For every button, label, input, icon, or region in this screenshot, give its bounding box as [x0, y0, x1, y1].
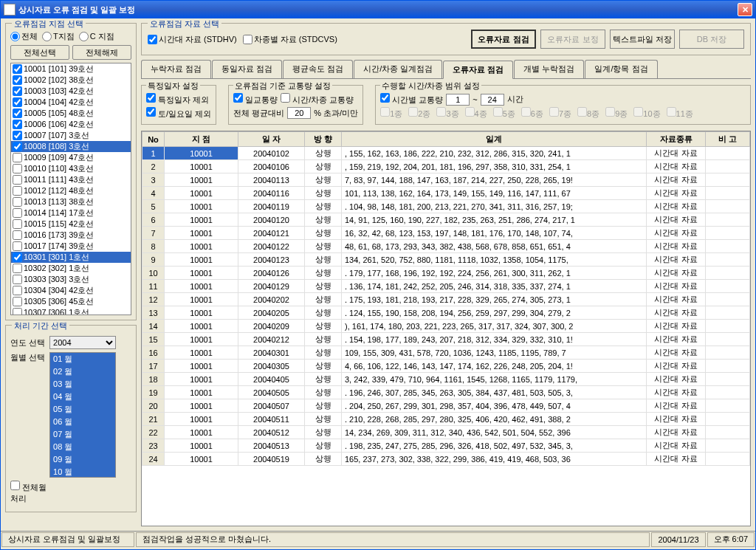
- station-item[interactable]: 10307 [306] 1호선: [11, 307, 131, 315]
- table-row[interactable]: 181000120040405상행3, 242, 339, 479, 710, …: [142, 373, 750, 386]
- station-item[interactable]: 10004 [104] 42호선: [11, 97, 131, 108]
- table-row[interactable]: 191000120040505상행. 196, 246, 307, 285, 3…: [142, 386, 750, 399]
- month-item[interactable]: 03 월: [50, 378, 115, 391]
- station-item[interactable]: 10002 [102] 38호선: [11, 75, 131, 86]
- exclude-weekend-check[interactable]: 토/일요일 제외: [146, 107, 211, 120]
- station-item[interactable]: 10007 [107] 3호선: [11, 130, 131, 141]
- station-item[interactable]: 10304 [304] 42호선: [11, 285, 131, 296]
- traffic-criteria-group: 오류점검 기준 교통량 설정 일교통량 시간/차종 교통량 전체 평균대비 % …: [228, 85, 363, 125]
- station-item[interactable]: 10013 [113] 38호선: [11, 196, 131, 207]
- column-header[interactable]: 지 점: [165, 132, 238, 147]
- percent-input[interactable]: [287, 107, 311, 119]
- station-item[interactable]: 10017 [174] 39호선: [11, 241, 131, 252]
- table-row[interactable]: 201000120040507상행. 204, 250, 267, 299, 3…: [142, 399, 750, 413]
- month-item[interactable]: 06 월: [50, 416, 115, 428]
- month-item[interactable]: 01 월: [50, 353, 115, 365]
- table-row[interactable]: 221000120040512상행14, 234, 269, 309, 311,…: [142, 426, 750, 439]
- station-item[interactable]: 10003 [103] 42호선: [11, 86, 131, 97]
- exclude-specific-check[interactable]: 특정일자 제외: [146, 93, 209, 106]
- station-item[interactable]: 10012 [112] 48호선: [11, 185, 131, 196]
- hourly-vehicle-check[interactable]: 시간/차종 교통량: [281, 93, 354, 106]
- station-item[interactable]: 10008 [108] 3호선: [11, 141, 131, 152]
- month-item[interactable]: 09 월: [50, 453, 115, 466]
- radio-t[interactable]: T지점: [42, 31, 75, 42]
- table-row[interactable]: 71000120040121상행16, 32, 42, 68, 123, 153…: [142, 227, 750, 240]
- year-select[interactable]: 2004: [49, 336, 116, 349]
- radio-c[interactable]: C 지점: [79, 31, 114, 42]
- column-header[interactable]: 자료종류: [647, 132, 706, 147]
- hour-to-input[interactable]: [481, 94, 504, 106]
- hourly-data-check[interactable]: 시간대 자료 (STDHV): [148, 34, 237, 45]
- status-message: 점검작업을 성공적으로 마쳤습니다.: [136, 532, 650, 547]
- text-save-button[interactable]: 텍스트파일 저장: [610, 30, 675, 49]
- station-item[interactable]: 10016 [173] 39호선: [11, 230, 131, 241]
- table-row[interactable]: 231000120040513상행. 198, 235, 247, 275, 2…: [142, 439, 750, 453]
- error-check-button[interactable]: 오류자료 점검: [471, 30, 536, 49]
- tab[interactable]: 누락자료 점검: [141, 60, 211, 78]
- station-item[interactable]: 10009 [109] 47호선: [11, 152, 131, 163]
- month-item[interactable]: 10 월: [50, 466, 115, 478]
- table-row[interactable]: 51000120040119상행. 104, 98, 148, 181, 200…: [142, 200, 750, 213]
- deselect-all-button[interactable]: 전체해제: [72, 45, 131, 60]
- table-row[interactable]: 61000120040120상행14, 91, 125, 160, 190, 2…: [142, 213, 750, 227]
- table-row[interactable]: 151000120040212상행. 154, 198, 177, 189, 2…: [142, 333, 750, 346]
- tab[interactable]: 일계/항목 점검: [585, 60, 657, 78]
- tab[interactable]: 시간/차종 일계점검: [354, 60, 442, 78]
- table-row[interactable]: 171000120040305상행4, 66, 106, 122, 146, 1…: [142, 360, 750, 373]
- station-item[interactable]: 10011 [111] 43호선: [11, 174, 131, 185]
- station-list[interactable]: 10001 [101] 39호선10002 [102] 38호선10003 [1…: [10, 63, 131, 315]
- table-row[interactable]: 211000120040511상행. 210, 228, 268, 285, 2…: [142, 413, 750, 426]
- data-grid[interactable]: No지 점일 자방 향일계자료종류비 고 11000120040102상행, 1…: [141, 131, 751, 526]
- tab[interactable]: 오류자료 점검: [443, 61, 513, 79]
- table-row[interactable]: 121000120040202상행. 175, 193, 181, 218, 1…: [142, 293, 750, 306]
- column-header[interactable]: 방 향: [305, 132, 342, 147]
- table-row[interactable]: 11000120040102상행, 155, 162, 163, 186, 22…: [142, 147, 750, 160]
- select-all-button[interactable]: 전체선택: [10, 45, 69, 60]
- hourly-traffic-range-check[interactable]: 시간별 교통량: [380, 93, 443, 106]
- table-row[interactable]: 111000120040129상행. 136, 174, 181, 242, 2…: [142, 280, 750, 293]
- station-item[interactable]: 10001 [101] 39호선: [11, 63, 131, 75]
- station-item[interactable]: 10005 [105] 48호선: [11, 108, 131, 119]
- month-item[interactable]: 07 월: [50, 428, 115, 441]
- vehicle-data-check[interactable]: 차종별 자료 (STDCVS): [243, 34, 337, 45]
- month-item[interactable]: 08 월: [50, 441, 115, 453]
- table-row[interactable]: 161000120040301상행109, 155, 309, 431, 578…: [142, 346, 750, 360]
- column-header[interactable]: 일 자: [238, 132, 305, 147]
- month-item[interactable]: 04 월: [50, 391, 115, 403]
- station-group-title: 오류점검 지점 선택: [12, 18, 86, 30]
- station-item[interactable]: 10301 [301] 1호선: [11, 252, 131, 263]
- station-item[interactable]: 10303 [303] 3호선: [11, 274, 131, 285]
- station-item[interactable]: 10302 [302] 1호선: [11, 263, 131, 274]
- table-row[interactable]: 41000120040116상행101, 113, 138, 162, 164,…: [142, 187, 750, 200]
- hour-from-input[interactable]: [446, 94, 470, 106]
- station-item[interactable]: 10006 [106] 42호선: [11, 119, 131, 130]
- table-row[interactable]: 101000120040126상행. 179, 177, 168, 196, 1…: [142, 267, 750, 280]
- table-row[interactable]: 31000120040113상행7, 83, 97, 144, 188, 147…: [142, 173, 750, 187]
- table-row[interactable]: 141000120040209상행), 161, 174, 180, 203, …: [142, 320, 750, 333]
- column-header[interactable]: 일계: [342, 132, 647, 147]
- station-item[interactable]: 10010 [110] 43호선: [11, 163, 131, 174]
- daily-traffic-check[interactable]: 일교통량: [233, 93, 278, 106]
- close-icon[interactable]: ✕: [738, 3, 752, 16]
- tab[interactable]: 개별 누락점검: [514, 60, 584, 78]
- month-list[interactable]: 01 월02 월03 월04 월05 월06 월07 월08 월09 월10 월…: [49, 352, 116, 478]
- column-header[interactable]: No: [142, 132, 165, 147]
- station-select-group: 오류점검 지점 선택 전체 T지점 C 지점 전체선택 전체해제 10001 […: [5, 23, 137, 320]
- tab[interactable]: 동일자료 점검: [212, 60, 282, 78]
- month-item[interactable]: 02 월: [50, 365, 115, 378]
- status-date: 2004/11/23: [651, 532, 705, 547]
- table-row[interactable]: 241000120040519상행165, 237, 273, 302, 338…: [142, 453, 750, 466]
- month-item[interactable]: 05 월: [50, 403, 115, 416]
- radio-all[interactable]: 전체: [10, 31, 38, 42]
- station-item[interactable]: 10305 [306] 45호선: [11, 296, 131, 307]
- table-row[interactable]: 131000120040205상행. 124, 155, 190, 158, 2…: [142, 306, 750, 320]
- table-row[interactable]: 91000120040123상행134, 261, 520, 752, 880,…: [142, 253, 750, 267]
- all-months-check[interactable]: 전체월 처리: [10, 481, 47, 504]
- station-item[interactable]: 10014 [114] 17호선: [11, 207, 131, 219]
- column-header[interactable]: 비 고: [706, 132, 750, 147]
- table-row[interactable]: 81000120040122상행48, 61, 68, 173, 293, 34…: [142, 240, 750, 253]
- range-group: 수행할 시간/차종 범위 설정 시간별 교통량 ~ 시간 1종2종3종4종5종6…: [375, 85, 751, 125]
- station-item[interactable]: 10015 [115] 42호선: [11, 219, 131, 230]
- table-row[interactable]: 21000120040106상행, 159, 219, 192, 204, 20…: [142, 160, 750, 173]
- tab[interactable]: 평균속도 점검: [283, 60, 353, 78]
